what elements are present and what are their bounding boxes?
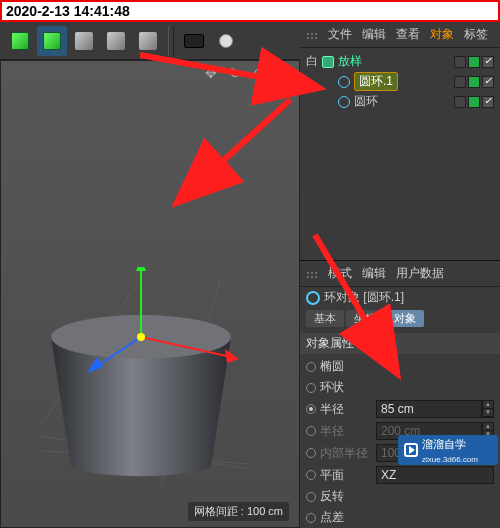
plane-select[interactable]: XZ	[376, 466, 494, 484]
tab-object[interactable]: 对象	[386, 310, 424, 327]
svg-marker-8	[225, 349, 239, 363]
prop-ellipse[interactable]: 椭圆	[300, 356, 500, 377]
extra-tool[interactable]	[133, 26, 163, 56]
item-label-selected[interactable]: 圆环.1	[354, 72, 398, 91]
radio-icon[interactable]	[306, 470, 316, 480]
prop-ring[interactable]: 环状	[300, 377, 500, 398]
spinner-icon[interactable]: ▲▼	[482, 400, 494, 418]
tab-basic[interactable]: 基本	[306, 310, 344, 327]
ring-icon	[306, 291, 320, 305]
watermark-url: zixue.3d66.com	[422, 455, 478, 464]
radio-icon[interactable]	[306, 362, 316, 372]
radio-icon[interactable]	[306, 492, 316, 502]
prop-pointspread[interactable]: 点差	[300, 507, 500, 528]
timestamp-bar: 2020-2-13 14:41:48	[0, 0, 500, 22]
visibility-toggles[interactable]	[454, 96, 494, 108]
sphere-icon	[75, 32, 93, 50]
bulb-icon	[219, 34, 233, 48]
cube-icon	[11, 32, 29, 50]
radio-icon[interactable]	[306, 404, 316, 414]
camera-tool[interactable]	[179, 26, 209, 56]
light-tool[interactable]	[211, 26, 241, 56]
visibility-toggles[interactable]	[454, 76, 494, 88]
radio-icon[interactable]	[306, 383, 316, 393]
viewport-nav-tools[interactable]: ✥ ↻ ⊕ ⊞	[205, 65, 293, 81]
scene-object	[41, 267, 251, 487]
attr-object-header: 环对象 [圆环.1]	[300, 287, 500, 308]
attr-menu-edit[interactable]: 编辑	[362, 265, 386, 282]
radio-icon[interactable]	[306, 513, 316, 523]
visibility-toggles[interactable]	[454, 56, 494, 68]
hierarchy-item[interactable]: 圆环.1	[306, 71, 494, 92]
tab-coord[interactable]: 坐标	[346, 310, 384, 327]
sphere-tool[interactable]	[69, 26, 99, 56]
prop-plane[interactable]: 平面 XZ	[300, 464, 500, 486]
circle-icon	[338, 76, 350, 88]
cube-tool[interactable]	[5, 26, 35, 56]
menu-file[interactable]: 文件	[328, 26, 352, 43]
item-label[interactable]: 圆环	[354, 93, 378, 110]
panel-grip-icon[interactable]: ꞉꞉꞉	[306, 28, 318, 42]
object-manager-menu: ꞉꞉꞉ 文件 编辑 查看 对象 标签	[300, 22, 500, 48]
toolbar-separator	[168, 26, 174, 56]
menu-tags[interactable]: 标签	[464, 26, 488, 43]
attribute-panel: ꞉꞉꞉ 模式 编辑 用户数据 环对象 [圆环.1] 基本 坐标 对象 对象属性 …	[300, 260, 500, 528]
camera-icon	[184, 34, 204, 48]
viewport-status: 网格间距 : 100 cm	[188, 502, 289, 521]
timestamp-text: 2020-2-13 14:41:48	[6, 3, 130, 19]
group-object-properties: 对象属性	[300, 333, 500, 354]
hierarchy-root[interactable]: 白 放样	[306, 52, 494, 71]
circle-icon	[338, 96, 350, 108]
panel-grip-icon[interactable]: ꞉꞉꞉	[306, 267, 318, 281]
radio-icon	[306, 448, 316, 458]
attr-menu-userdata[interactable]: 用户数据	[396, 265, 444, 282]
menu-edit[interactable]: 编辑	[362, 26, 386, 43]
radius-field[interactable]: 85 cm	[376, 400, 482, 418]
hierarchy-item[interactable]: 圆环	[306, 92, 494, 111]
plane-tool[interactable]	[101, 26, 131, 56]
menu-objects[interactable]: 对象	[430, 26, 454, 43]
attr-object-name: 环对象 [圆环.1]	[324, 289, 404, 306]
cube-icon	[43, 32, 61, 50]
expand-toggle[interactable]: 白	[306, 53, 318, 70]
svg-point-11	[137, 333, 145, 341]
extra-icon	[139, 32, 157, 50]
prop-reverse[interactable]: 反转	[300, 486, 500, 507]
svg-marker-6	[136, 267, 146, 271]
object-hierarchy[interactable]: 白 放样 圆环.1 圆环	[300, 48, 500, 115]
watermark-badge: 溜溜自学 zixue.3d66.com	[398, 435, 498, 465]
root-label[interactable]: 放样	[338, 53, 362, 70]
viewport[interactable]: ✥ ↻ ⊕ ⊞	[0, 60, 300, 528]
watermark-brand: 溜溜自学	[422, 437, 478, 452]
attr-menu-mode[interactable]: 模式	[328, 265, 352, 282]
attr-menu: ꞉꞉꞉ 模式 编辑 用户数据	[300, 261, 500, 287]
plane-icon	[107, 32, 125, 50]
radio-icon	[306, 426, 316, 436]
prop-radius[interactable]: 半径 85 cm ▲▼	[300, 398, 500, 420]
cube-tool-2[interactable]	[37, 26, 67, 56]
play-icon	[404, 443, 418, 457]
attr-tabs: 基本 坐标 对象	[300, 308, 500, 331]
menu-view[interactable]: 查看	[396, 26, 420, 43]
sweep-icon	[322, 56, 334, 68]
